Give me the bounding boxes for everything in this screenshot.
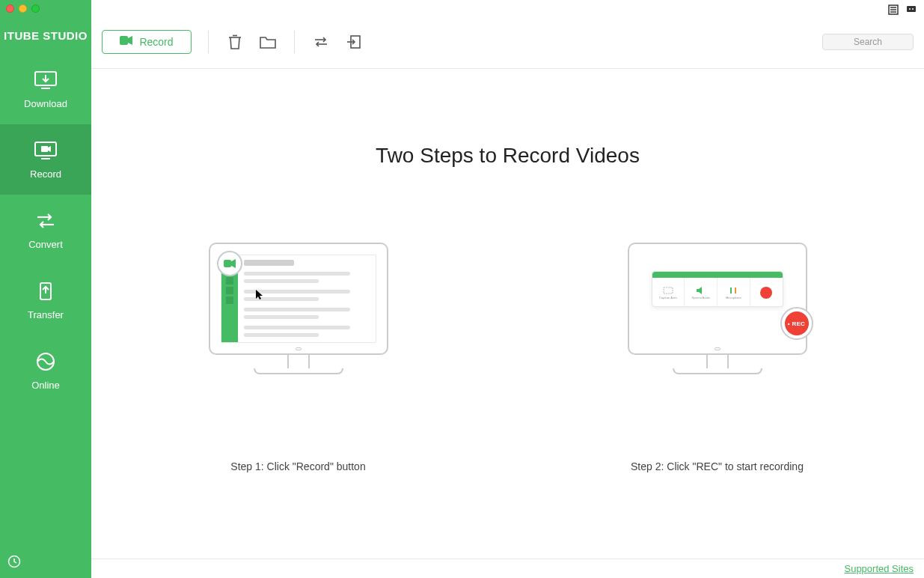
camera-icon	[120, 35, 133, 48]
sidebar-footer	[0, 548, 91, 578]
rec-badge-label: • REC	[785, 311, 809, 335]
svg-point-15	[909, 8, 911, 10]
step1-illustration	[209, 243, 388, 374]
step2-caption: Step 2: Click "REC" to start recording	[631, 460, 804, 472]
svg-rect-14	[907, 6, 916, 12]
folder-icon[interactable]	[258, 32, 278, 52]
zoom-window-button[interactable]	[31, 4, 40, 13]
content: Two Steps to Record Videos	[91, 69, 924, 559]
svg-rect-22	[664, 288, 673, 293]
step1-caption: Step 1: Click "Record" button	[230, 460, 365, 472]
sidebar-item-online[interactable]: Online	[0, 335, 91, 406]
import-icon[interactable]	[344, 32, 364, 52]
svg-rect-24	[735, 288, 736, 293]
svg-rect-5	[41, 146, 48, 152]
history-icon[interactable]	[7, 555, 21, 571]
search-placeholder: Search	[854, 37, 882, 47]
step-1: Step 1: Click "Record" button	[201, 243, 396, 472]
svg-rect-21	[224, 260, 231, 267]
rec-cell-label: Microphone	[726, 296, 741, 299]
toolbar: Record Search	[91, 15, 924, 69]
app-title: ITUBE STUDIO	[0, 16, 91, 54]
rec-small-icon	[760, 287, 772, 299]
svg-point-16	[912, 8, 914, 10]
transfer-icon	[33, 281, 58, 302]
sidebar-item-label: Download	[24, 98, 67, 109]
sidebar-item-label: Online	[31, 380, 60, 391]
rec-big-button-illustration: • REC	[780, 307, 813, 340]
loop-icon[interactable]	[311, 32, 331, 52]
toolbar-separator	[294, 31, 295, 53]
sidebar-item-label: Transfer	[28, 309, 64, 320]
sidebar-nav: Download Record	[0, 54, 91, 406]
toolbar-separator	[208, 31, 209, 53]
globe-icon	[33, 351, 58, 372]
footer: Supported Sites	[91, 559, 924, 578]
list-icon[interactable]	[888, 4, 899, 15]
sidebar-item-transfer[interactable]: Transfer	[0, 265, 91, 335]
feedback-icon[interactable]	[906, 4, 917, 15]
svg-rect-23	[730, 288, 732, 293]
search-input[interactable]: Search	[822, 34, 914, 50]
cursor-icon	[256, 290, 265, 303]
record-badge-icon	[217, 251, 242, 276]
sidebar-item-label: Record	[30, 168, 61, 180]
download-icon	[33, 70, 58, 91]
minimize-window-button[interactable]	[19, 4, 27, 13]
convert-icon	[33, 210, 58, 231]
sidebar: ITUBE STUDIO Download	[0, 0, 91, 578]
page-heading: Two Steps to Record Videos	[91, 144, 924, 168]
record-screen-icon	[33, 140, 58, 161]
rec-cell-label: System Audio	[691, 296, 709, 299]
step2-illustration: Capture Area System Audio Microphone • R…	[628, 243, 807, 374]
record-button-label: Record	[139, 36, 173, 48]
svg-rect-17	[120, 36, 128, 45]
sidebar-item-download[interactable]: Download	[0, 54, 91, 124]
sidebar-item-label: Convert	[28, 239, 63, 250]
supported-sites-link[interactable]: Supported Sites	[844, 563, 914, 574]
window-controls	[0, 0, 91, 16]
sidebar-item-record[interactable]: Record	[0, 124, 91, 195]
sidebar-item-convert[interactable]: Convert	[0, 195, 91, 265]
close-window-button[interactable]	[6, 4, 14, 13]
trash-icon[interactable]	[225, 32, 245, 52]
main-area: Record Search Two Steps to Record	[91, 0, 924, 578]
titlebar-right	[91, 0, 924, 15]
record-button[interactable]: Record	[102, 30, 192, 54]
rec-cell-label: Capture Area	[659, 296, 677, 299]
step-2: Capture Area System Audio Microphone • R…	[620, 243, 815, 472]
